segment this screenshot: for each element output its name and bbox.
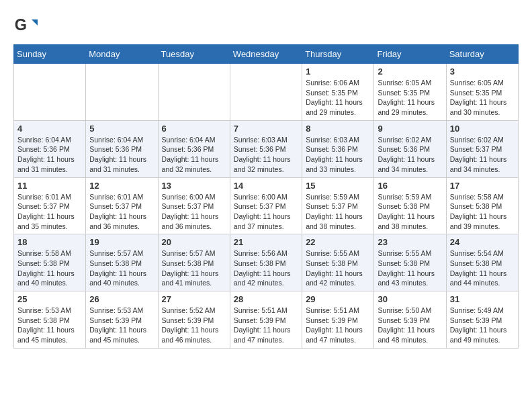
- calendar-cell: 24Sunrise: 5:54 AM Sunset: 5:38 PM Dayli…: [446, 234, 518, 291]
- calendar-cell: 28Sunrise: 5:51 AM Sunset: 5:39 PM Dayli…: [230, 291, 302, 349]
- calendar-cell: 12Sunrise: 6:01 AM Sunset: 5:37 PM Dayli…: [86, 177, 158, 234]
- weekday-header-thursday: Thursday: [302, 45, 374, 64]
- calendar-cell: [14, 64, 86, 121]
- day-info: Sunrise: 6:02 AM Sunset: 5:37 PM Dayligh…: [450, 135, 515, 175]
- calendar-cell: 21Sunrise: 5:56 AM Sunset: 5:38 PM Dayli…: [230, 234, 302, 291]
- calendar-table: SundayMondayTuesdayWednesdayThursdayFrid…: [13, 44, 519, 349]
- day-info: Sunrise: 6:04 AM Sunset: 5:36 PM Dayligh…: [89, 135, 154, 175]
- weekday-header-tuesday: Tuesday: [158, 45, 230, 64]
- day-info: Sunrise: 6:04 AM Sunset: 5:36 PM Dayligh…: [162, 135, 226, 175]
- calendar-cell: 8Sunrise: 6:03 AM Sunset: 5:36 PM Daylig…: [302, 120, 374, 177]
- day-info: Sunrise: 5:53 AM Sunset: 5:39 PM Dayligh…: [89, 306, 154, 345]
- day-info: Sunrise: 6:06 AM Sunset: 5:35 PM Dayligh…: [306, 78, 370, 118]
- weekday-header-wednesday: Wednesday: [230, 45, 302, 64]
- calendar-cell: 2Sunrise: 6:05 AM Sunset: 5:35 PM Daylig…: [374, 64, 446, 121]
- day-info: Sunrise: 5:54 AM Sunset: 5:38 PM Dayligh…: [450, 248, 515, 288]
- day-info: Sunrise: 5:51 AM Sunset: 5:39 PM Dayligh…: [234, 306, 298, 345]
- day-number: 4: [17, 124, 82, 134]
- day-number: 21: [234, 237, 298, 247]
- day-info: Sunrise: 6:05 AM Sunset: 5:35 PM Dayligh…: [378, 78, 442, 118]
- day-number: 26: [89, 294, 154, 304]
- day-info: Sunrise: 5:57 AM Sunset: 5:38 PM Dayligh…: [89, 248, 154, 288]
- calendar-week-row: 1Sunrise: 6:06 AM Sunset: 5:35 PM Daylig…: [14, 64, 519, 121]
- day-info: Sunrise: 6:01 AM Sunset: 5:37 PM Dayligh…: [17, 192, 82, 232]
- day-number: 18: [17, 237, 82, 247]
- day-number: 11: [17, 181, 82, 191]
- day-info: Sunrise: 6:01 AM Sunset: 5:37 PM Dayligh…: [89, 192, 154, 232]
- day-number: 19: [89, 237, 154, 247]
- calendar-cell: 14Sunrise: 6:00 AM Sunset: 5:37 PM Dayli…: [230, 177, 302, 234]
- day-number: 5: [89, 124, 154, 134]
- day-info: Sunrise: 5:59 AM Sunset: 5:37 PM Dayligh…: [306, 192, 370, 232]
- day-number: 12: [89, 181, 154, 191]
- day-info: Sunrise: 5:56 AM Sunset: 5:38 PM Dayligh…: [234, 248, 298, 288]
- day-number: 3: [450, 66, 515, 77]
- day-number: 22: [306, 237, 370, 247]
- weekday-header-monday: Monday: [86, 45, 158, 64]
- calendar-cell: 15Sunrise: 5:59 AM Sunset: 5:37 PM Dayli…: [302, 177, 374, 234]
- calendar-cell: 6Sunrise: 6:04 AM Sunset: 5:36 PM Daylig…: [158, 120, 230, 177]
- day-number: 6: [162, 124, 226, 134]
- day-info: Sunrise: 5:52 AM Sunset: 5:39 PM Dayligh…: [162, 306, 226, 345]
- day-number: 28: [234, 294, 298, 304]
- calendar-cell: 17Sunrise: 5:58 AM Sunset: 5:38 PM Dayli…: [446, 177, 518, 234]
- day-number: 31: [450, 294, 515, 304]
- logo: G: [13, 13, 40, 38]
- calendar-cell: 25Sunrise: 5:53 AM Sunset: 5:38 PM Dayli…: [14, 291, 86, 349]
- day-number: 8: [306, 124, 370, 134]
- day-info: Sunrise: 6:05 AM Sunset: 5:35 PM Dayligh…: [450, 78, 515, 118]
- day-number: 14: [234, 181, 298, 191]
- day-info: Sunrise: 6:03 AM Sunset: 5:36 PM Dayligh…: [306, 135, 370, 175]
- calendar-cell: [86, 64, 158, 121]
- page-header: G: [13, 13, 519, 38]
- day-number: 15: [306, 181, 370, 191]
- day-info: Sunrise: 5:58 AM Sunset: 5:38 PM Dayligh…: [450, 192, 515, 232]
- day-number: 23: [378, 237, 442, 247]
- calendar-cell: 31Sunrise: 5:49 AM Sunset: 5:39 PM Dayli…: [446, 291, 518, 349]
- svg-marker-1: [32, 19, 38, 26]
- day-number: 29: [306, 294, 370, 304]
- day-info: Sunrise: 5:55 AM Sunset: 5:38 PM Dayligh…: [306, 248, 370, 288]
- day-info: Sunrise: 6:00 AM Sunset: 5:37 PM Dayligh…: [234, 192, 298, 232]
- day-info: Sunrise: 6:04 AM Sunset: 5:36 PM Dayligh…: [17, 135, 82, 175]
- weekday-header-saturday: Saturday: [446, 45, 518, 64]
- day-number: 10: [450, 124, 515, 134]
- calendar-cell: 16Sunrise: 5:59 AM Sunset: 5:38 PM Dayli…: [374, 177, 446, 234]
- calendar-week-row: 4Sunrise: 6:04 AM Sunset: 5:36 PM Daylig…: [14, 120, 519, 177]
- day-number: 27: [162, 294, 226, 304]
- day-number: 17: [450, 181, 515, 191]
- day-info: Sunrise: 5:57 AM Sunset: 5:38 PM Dayligh…: [162, 248, 226, 288]
- logo-icon: G: [13, 13, 38, 38]
- calendar-cell: 3Sunrise: 6:05 AM Sunset: 5:35 PM Daylig…: [446, 64, 518, 121]
- calendar-cell: 7Sunrise: 6:03 AM Sunset: 5:36 PM Daylig…: [230, 120, 302, 177]
- weekday-header-sunday: Sunday: [14, 45, 86, 64]
- day-number: 7: [234, 124, 298, 134]
- calendar-cell: 19Sunrise: 5:57 AM Sunset: 5:38 PM Dayli…: [86, 234, 158, 291]
- day-info: Sunrise: 6:00 AM Sunset: 5:37 PM Dayligh…: [162, 192, 226, 232]
- day-info: Sunrise: 5:59 AM Sunset: 5:38 PM Dayligh…: [378, 192, 442, 232]
- calendar-week-row: 11Sunrise: 6:01 AM Sunset: 5:37 PM Dayli…: [14, 177, 519, 234]
- calendar-cell: 18Sunrise: 5:58 AM Sunset: 5:38 PM Dayli…: [14, 234, 86, 291]
- calendar-cell: 11Sunrise: 6:01 AM Sunset: 5:37 PM Dayli…: [14, 177, 86, 234]
- calendar-cell: 13Sunrise: 6:00 AM Sunset: 5:37 PM Dayli…: [158, 177, 230, 234]
- day-info: Sunrise: 5:49 AM Sunset: 5:39 PM Dayligh…: [450, 306, 515, 345]
- day-number: 24: [450, 237, 515, 247]
- calendar-cell: 4Sunrise: 6:04 AM Sunset: 5:36 PM Daylig…: [14, 120, 86, 177]
- day-number: 1: [306, 66, 370, 77]
- svg-text:G: G: [15, 16, 27, 34]
- weekday-header-friday: Friday: [374, 45, 446, 64]
- day-info: Sunrise: 5:53 AM Sunset: 5:38 PM Dayligh…: [17, 306, 82, 345]
- day-number: 16: [378, 181, 442, 191]
- day-number: 30: [378, 294, 442, 304]
- calendar-cell: 1Sunrise: 6:06 AM Sunset: 5:35 PM Daylig…: [302, 64, 374, 121]
- day-number: 13: [162, 181, 226, 191]
- calendar-cell: 9Sunrise: 6:02 AM Sunset: 5:36 PM Daylig…: [374, 120, 446, 177]
- calendar-week-row: 25Sunrise: 5:53 AM Sunset: 5:38 PM Dayli…: [14, 291, 519, 349]
- calendar-week-row: 18Sunrise: 5:58 AM Sunset: 5:38 PM Dayli…: [14, 234, 519, 291]
- calendar-cell: 20Sunrise: 5:57 AM Sunset: 5:38 PM Dayli…: [158, 234, 230, 291]
- day-number: 9: [378, 124, 442, 134]
- day-number: 20: [162, 237, 226, 247]
- day-number: 2: [378, 66, 442, 77]
- calendar-cell: [158, 64, 230, 121]
- calendar-cell: [230, 64, 302, 121]
